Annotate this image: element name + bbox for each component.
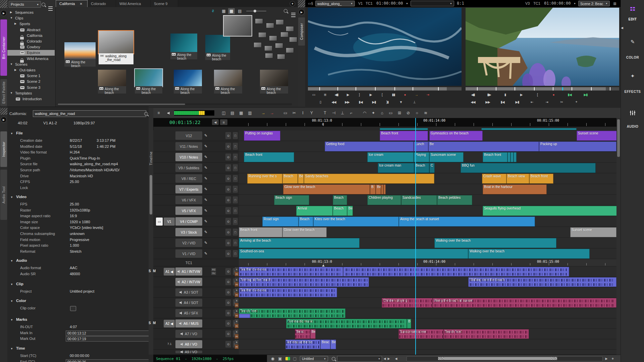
splice-in-icon[interactable]: → [260, 110, 267, 116]
transport-button-icon[interactable]: ▮◀ [356, 99, 366, 105]
filmstrip-icon[interactable]: ▥ [612, 1, 618, 6]
cut-icon[interactable]: ✂ [291, 110, 298, 116]
bin-clip-card[interactable] [224, 16, 252, 36]
composer-drag-handle[interactable] [298, 0, 305, 7]
bin-mini-thumbnail[interactable] [289, 37, 297, 42]
effects-workspace-icon[interactable]: ✦ [621, 73, 644, 79]
transport-button-icon[interactable]: ▶▶ [342, 99, 352, 105]
locator-icon[interactable]: ⌖ [610, 356, 615, 361]
clip-color-checkbox[interactable] [70, 306, 76, 311]
transport-button-icon[interactable]: ▶▶ [483, 99, 493, 105]
timeline-focus-button[interactable]: ◀ [212, 119, 219, 125]
source-timecode[interactable]: 01:00:00:00 [376, 1, 403, 6]
bin-mini-thumbnail[interactable] [258, 32, 266, 38]
transport-button-icon[interactable]: ⇥ [542, 99, 552, 105]
transport-button-icon[interactable]: ▮▶ [484, 92, 494, 97]
timeline-view-menu-button[interactable]: ≡ [220, 119, 227, 125]
audio-workspace-icon[interactable] [621, 111, 644, 115]
list-icon[interactable]: ▥ [247, 110, 253, 116]
transport-button-icon[interactable]: ▮◀ [565, 92, 575, 97]
transport-record-icon[interactable]: ● [548, 92, 558, 97]
lift-icon[interactable]: ▭ [282, 110, 289, 116]
bin-mini-thumbnail[interactable] [264, 46, 272, 51]
color-workspace-icon[interactable]: ✎ [621, 39, 644, 45]
scroll-right-icon[interactable]: ▶ [604, 356, 608, 361]
dual-monitor-icon[interactable]: ▣ [277, 356, 283, 361]
home-icon[interactable]: ⌂ [379, 110, 385, 116]
sidebar-item-color[interactable]: COLOR [621, 56, 644, 59]
section-collapse-icon[interactable]: ▼ [10, 196, 13, 199]
align-bottom-icon[interactable]: ⊥ [339, 110, 346, 116]
transport-button-icon[interactable]: ≣ [320, 92, 330, 97]
transport-play-icon[interactable]: ▶ [366, 92, 376, 97]
transport-button-icon[interactable]: ▼ [396, 99, 406, 105]
transport-button-icon[interactable]: ]▮ [382, 99, 392, 105]
transport-play-icon[interactable]: ▶ [343, 92, 353, 97]
source-tc-dropdown-icon[interactable]: ▼ [406, 2, 408, 5]
center-playhead-icon[interactable]: ◉ [270, 356, 275, 361]
section-collapse-icon[interactable]: ▼ [10, 347, 13, 350]
transport-button-icon[interactable]: ▮ [500, 92, 510, 97]
transport-button-icon[interactable]: ▮▮ [388, 92, 398, 97]
disable-icon[interactable]: ⊘ [405, 110, 412, 116]
bin-clip-card[interactable]: Along the beach [205, 35, 230, 60]
transport-button-icon[interactable]: ◀▮ [331, 92, 341, 97]
transport-button-icon[interactable]: ▶▮ [369, 99, 379, 105]
sidebar-item-audio[interactable]: AUDIO [621, 125, 644, 128]
sidebar-collapse-icon[interactable]: ◀ [621, 26, 623, 29]
match-frame-icon[interactable]: Y [308, 110, 315, 116]
bin-clip-card[interactable]: Along the beach [260, 70, 288, 94]
section-collapse-icon[interactable]: ▼ [10, 132, 13, 135]
clip-gang-icon[interactable]: ▭§ [308, 2, 313, 5]
top-ruler-ticks[interactable]: 00:01:13:0000:01:14:0000:01:15:00 [239, 118, 616, 127]
timeline-vertical-scrollbar[interactable] [616, 118, 621, 355]
bin-clip-card[interactable]: Along the beach [174, 70, 202, 94]
video-quality-toggle-icon[interactable] [285, 357, 290, 360]
corner-icon[interactable]: ⌐ [348, 110, 355, 116]
transport-button-icon[interactable]: ◀◀ [329, 99, 339, 105]
add-edit-icon[interactable]: ⊞ [396, 110, 403, 116]
transport-button-icon[interactable]: ▭ [309, 92, 319, 97]
section-collapse-icon[interactable]: ▼ [10, 283, 13, 286]
search-prev-icon[interactable]: ◀ [383, 356, 387, 361]
edit-workspace-icon[interactable] [621, 7, 644, 11]
section-collapse-icon[interactable]: ▼ [10, 259, 13, 262]
record-tc-dropdown-icon[interactable]: ▼ [574, 2, 576, 5]
timeline-horizontal-scrollbar[interactable] [407, 356, 603, 361]
bin-mini-thumbnail[interactable] [276, 19, 284, 25]
bin-clip-card[interactable]: Along the beach [214, 70, 242, 94]
search-next-icon[interactable]: ▶ [387, 356, 391, 361]
section-collapse-icon[interactable]: ▼ [10, 300, 13, 303]
transport-button-icon[interactable]: ⌖ [571, 99, 581, 105]
record-position-bar[interactable] [466, 87, 619, 90]
section-collapse-icon[interactable]: ▼ [10, 318, 13, 321]
align-left-icon[interactable]: ⊣ [330, 110, 337, 116]
transport-button-icon[interactable]: [ [377, 92, 387, 97]
bin-mini-thumbnail[interactable] [254, 42, 262, 48]
transport-button-icon[interactable]: ◀▮ [468, 92, 478, 97]
circle-icon[interactable]: ○ [414, 110, 420, 116]
bin-mini-thumbnail[interactable] [286, 26, 294, 32]
transport-button-icon[interactable]: ▶▮ [581, 92, 591, 97]
segment-mode-icon[interactable]: ▤ [229, 110, 236, 116]
timeline-tab[interactable]: Timeline [149, 143, 153, 174]
transport-button-icon[interactable]: [ [532, 92, 542, 97]
source-empty-dropdown[interactable]: ▼ [411, 1, 454, 6]
record-timecode[interactable]: 01:00:00:00 [544, 1, 571, 6]
bin-mini-thumbnail[interactable] [265, 53, 273, 58]
transport-button-icon[interactable]: ▶▮ [512, 99, 522, 105]
scroll-left-icon[interactable]: ◀ [394, 356, 398, 361]
timeline-rail-scrollbar[interactable] [150, 175, 152, 215]
bin-mini-thumbnail[interactable] [255, 18, 263, 24]
transport-button-icon[interactable]: ] [354, 92, 364, 97]
source-clip-dropdown[interactable]: walking_along_▼ [315, 1, 355, 6]
bin-mini-thumbnail[interactable] [275, 43, 283, 48]
overwrite-icon[interactable]: → [269, 110, 275, 116]
bin-mini-thumbnail[interactable] [269, 36, 277, 41]
bin-mini-thumbnail[interactable] [277, 54, 285, 59]
transport-button-icon[interactable]: ▯ [315, 99, 325, 105]
transport-play-icon[interactable]: ▶ [516, 92, 526, 97]
keyframe-icon[interactable]: ✦ [370, 110, 377, 116]
transport-button-icon[interactable]: → [411, 92, 421, 97]
mark-clip-icon[interactable]: Ⅰ [300, 110, 306, 116]
